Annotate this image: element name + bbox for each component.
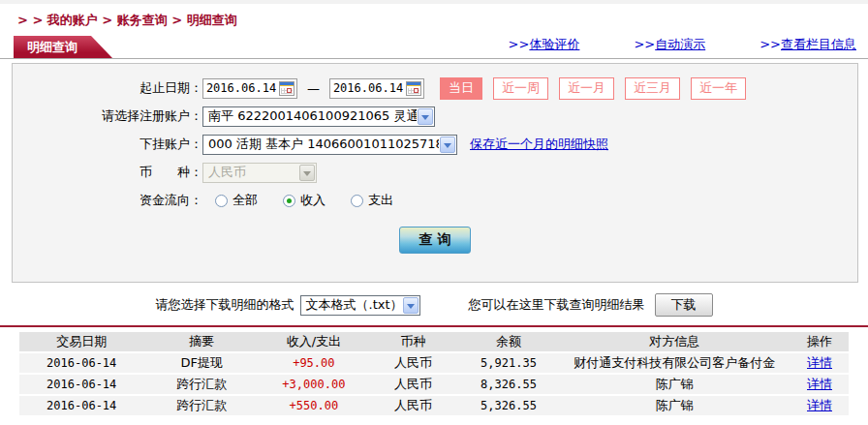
currency-row: 币 种： 人民币	[13, 161, 857, 184]
save-snapshot-link[interactable]: 保存近一个月的明细快照	[470, 136, 608, 153]
top-link-auto-demo[interactable]: >>自动演示	[634, 36, 705, 53]
quick-range-last-month[interactable]: 近一月	[559, 77, 614, 100]
date-to-value[interactable]: 2016.06.14	[330, 81, 406, 95]
breadcrumb: > > 我的账户 > 账务查询 > 明细查询	[17, 12, 868, 29]
register-account-label: 请选择注册账户：	[13, 107, 202, 125]
radio-icon[interactable]	[283, 195, 295, 207]
flow-option-all[interactable]: 全部	[215, 192, 258, 209]
quick-range-last-3-months[interactable]: 近三月	[625, 77, 680, 100]
radio-icon[interactable]	[351, 195, 363, 207]
breadcrumb-prefix: > >	[17, 13, 47, 27]
counterparty-cell: 陈广锦	[558, 375, 790, 394]
download-button[interactable]: 下载	[655, 293, 713, 317]
amount-cell: +550.00	[260, 396, 367, 415]
chevron-down-icon[interactable]	[403, 297, 418, 314]
action-cell: 详情	[790, 396, 849, 415]
action-cell: 详情	[790, 353, 849, 373]
detail-link[interactable]: 详情	[807, 355, 832, 370]
date-from-field[interactable]: 2016.06.14	[202, 78, 297, 99]
link-prefix: >>	[634, 37, 655, 51]
link-label: 查看栏目信息	[781, 37, 856, 51]
calendar-day-marker	[414, 88, 418, 93]
table-header-cell: 对方信息	[558, 332, 790, 351]
sub-account-label: 下挂账户：	[13, 136, 202, 153]
table-header-cell: 余额	[459, 332, 559, 351]
date-cell: 2016-06-14	[19, 375, 143, 394]
sub-account-select[interactable]: 000 活期 基本户 1406600101102571848	[202, 135, 457, 155]
balance-cell: 5,921.35	[459, 353, 559, 373]
chevron-down-icon[interactable]	[418, 108, 433, 125]
quick-range-today[interactable]: 当日	[440, 77, 482, 100]
detail-link[interactable]: 详情	[807, 377, 832, 391]
summary-cell: 跨行汇款	[143, 375, 260, 394]
flow-option-income[interactable]: 收入	[283, 192, 326, 209]
amount-cell: +95.00	[260, 353, 367, 373]
date-range-separator: —	[307, 81, 320, 96]
date-range-label: 起止日期：	[13, 79, 202, 97]
tab-detail-query[interactable]: 明细查询	[14, 36, 112, 58]
top-link-experience-review[interactable]: >>体验评价	[509, 36, 580, 53]
detail-link[interactable]: 详情	[807, 398, 832, 412]
flow-option-label: 全部	[232, 192, 258, 209]
currency-select: 人民币	[202, 163, 317, 183]
link-label: 自动演示	[655, 37, 705, 51]
balance-cell: 5,326.55	[459, 396, 559, 415]
download-format-value: 文本格式（.txt）	[301, 296, 402, 314]
breadcrumb-separator: >	[168, 13, 187, 27]
breadcrumb-item[interactable]: 我的账户	[47, 13, 98, 27]
date-cell: 2016-06-14	[19, 396, 143, 415]
link-prefix: >>	[509, 37, 530, 51]
date-range-row: 起止日期： 2016.06.14 — 2016.06.14 当日近一周近一月近三…	[13, 76, 857, 100]
summary-cell: DF提现	[143, 353, 260, 373]
flow-option-label: 收入	[300, 192, 326, 209]
link-label: 体验评价	[529, 37, 579, 51]
sub-account-row: 下挂账户： 000 活期 基本户 1406600101102571848 保存近…	[13, 133, 857, 156]
breadcrumb-separator: >	[98, 13, 117, 27]
date-cell: 2016-06-14	[19, 353, 143, 373]
radio-icon[interactable]	[215, 195, 228, 207]
query-form-panel: 起止日期： 2016.06.14 — 2016.06.14 当日近一周近一月近三…	[12, 63, 858, 283]
table-header-cell: 交易日期	[19, 332, 143, 351]
download-hint: 您可以在这里下载查询明细结果	[469, 296, 645, 314]
calendar-day-marker	[287, 88, 292, 93]
calendar-icon[interactable]	[279, 81, 294, 96]
counterparty-cell: 陈广锦	[558, 396, 790, 415]
fund-flow-row: 资金流向： 全部收入支出	[13, 189, 857, 212]
currency-cell: 人民币	[367, 375, 458, 394]
currency-label: 币 种：	[13, 164, 202, 181]
quick-range-last-year[interactable]: 近一年	[691, 77, 746, 100]
date-to-field[interactable]: 2016.06.14	[329, 78, 424, 99]
register-account-select[interactable]: 南平 6222001406100921065 灵通卡	[202, 106, 435, 127]
date-from-value[interactable]: 2016.06.14	[203, 81, 279, 95]
calendar-icon[interactable]	[406, 81, 421, 96]
balance-cell: 8,326.55	[459, 375, 559, 394]
download-format-label: 请您选择下载明细的格式	[156, 296, 294, 314]
breadcrumb-item[interactable]: 账务查询	[117, 13, 168, 27]
fund-flow-label: 资金流向：	[13, 192, 202, 209]
action-cell: 详情	[790, 375, 849, 394]
fund-flow-options: 全部收入支出	[215, 192, 418, 209]
link-prefix: >>	[760, 37, 781, 51]
query-button[interactable]: 查 询	[399, 227, 471, 254]
download-format-select[interactable]: 文本格式（.txt）	[300, 295, 420, 316]
quick-range-last-week[interactable]: 近一周	[493, 77, 548, 100]
download-row: 请您选择下载明细的格式 文本格式（.txt） 您可以在这里下载查询明细结果 下载	[0, 292, 868, 318]
breadcrumb-item[interactable]: 明细查询	[187, 13, 237, 27]
chevron-down-icon	[299, 165, 315, 181]
table-row: 2016-06-14DF提现+95.00人民币5,921.35财付通支付科技有限…	[19, 353, 849, 373]
table-header-cell: 收入/支出	[260, 332, 367, 351]
flow-option-label: 支出	[368, 192, 393, 209]
table-header-cell: 摘要	[143, 332, 260, 351]
counterparty-cell: 财付通支付科技有限公司客户备付金	[558, 353, 790, 373]
flow-option-expense[interactable]: 支出	[351, 192, 393, 209]
table-header-cell: 操作	[790, 332, 849, 351]
amount-cell: +3,000.00	[260, 375, 367, 394]
currency-value: 人民币	[203, 164, 298, 181]
register-account-value: 南平 6222001406100921065 灵通卡	[203, 107, 417, 125]
summary-cell: 跨行汇款	[143, 396, 260, 415]
chevron-down-icon[interactable]	[440, 137, 455, 153]
results-table: 交易日期摘要收入/支出币种余额对方信息操作 2016-06-14DF提现+95.…	[19, 330, 849, 417]
top-link-column-info[interactable]: >>查看栏目信息	[760, 36, 856, 53]
sub-account-value: 000 活期 基本户 1406600101102571848	[203, 136, 439, 153]
currency-cell: 人民币	[367, 396, 458, 415]
